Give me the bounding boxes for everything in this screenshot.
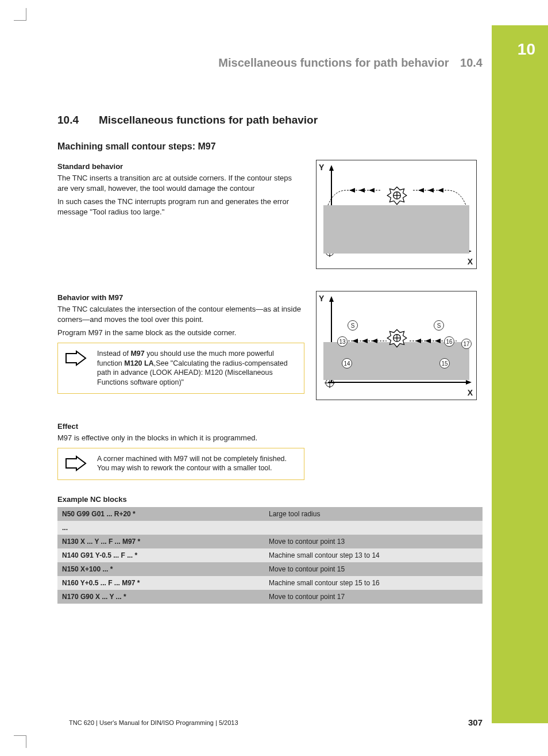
para-m97-a: The TNC calculates the intersection of t…	[57, 304, 304, 324]
svg-marker-19	[466, 380, 472, 385]
axis-x-label: X	[468, 388, 473, 397]
heading-example-nc: Example NC blocks	[57, 495, 483, 504]
label-s1: S	[348, 320, 358, 331]
section-number: 10.4	[57, 114, 85, 126]
running-header-section: 10.4	[460, 56, 483, 69]
cutter-icon	[385, 185, 409, 209]
para-m97-b: Program M97 in the same block as the out…	[57, 328, 304, 338]
svg-marker-30	[435, 339, 441, 343]
table-row: N160 Y+0.5 ... F ... M97 *Machine small …	[57, 576, 483, 590]
svg-marker-10	[418, 188, 424, 193]
svg-marker-26	[362, 339, 368, 343]
subsection-m97: Machining small contour steps: M97	[57, 141, 483, 152]
diagram-m97: Y X	[316, 291, 477, 400]
section-title: Miscellaneous functions for path behavio…	[99, 114, 318, 126]
svg-marker-1	[329, 165, 334, 171]
chapter-tab: 10	[492, 25, 548, 723]
table-row: N130 X ... Y ... F ... M97 *Move to cont…	[57, 535, 483, 548]
crop-mark-tl	[14, 8, 26, 21]
tip-box-m120: Instead of M97 you should use the much m…	[57, 343, 304, 394]
tip-box-corner: A corner machined with M97 will not be c…	[57, 448, 304, 480]
label-17: 17	[461, 339, 472, 349]
axis-y-label: Y	[319, 294, 324, 303]
page-number: 307	[468, 717, 483, 727]
table-row: N50 G99 G01 ... R+20 *Large tool radius	[57, 507, 483, 521]
tip-text-1: Instead of M97 you should use the much m…	[97, 349, 297, 388]
chapter-number: 10	[518, 40, 535, 59]
label-16: 16	[444, 336, 454, 347]
svg-marker-27	[372, 339, 377, 343]
diagram-standard: Y X	[316, 160, 477, 269]
svg-marker-7	[349, 188, 355, 193]
label-13: 13	[337, 336, 348, 347]
svg-marker-17	[329, 296, 334, 302]
svg-marker-12	[438, 188, 443, 193]
label-s2: S	[434, 320, 444, 331]
svg-marker-11	[428, 188, 434, 193]
heading-standard-behavior: Standard behavior	[57, 162, 304, 171]
label-15: 15	[439, 358, 450, 369]
table-row: N150 X+100 ... *Move to contour point 15	[57, 562, 483, 576]
running-header-title: Miscellaneous functions for path behavio…	[218, 56, 449, 69]
section-heading: 10.4 Miscellaneous functions for path be…	[57, 114, 483, 126]
para-std-1: The TNC inserts a transition arc at outs…	[57, 173, 304, 193]
svg-marker-28	[415, 339, 421, 343]
heading-behavior-m97: Behavior with M97	[57, 293, 304, 302]
para-effect: M97 is effective only in the blocks in w…	[57, 433, 304, 443]
tip-arrow-icon	[65, 349, 88, 369]
label-14: 14	[342, 358, 352, 369]
table-row: ...	[57, 521, 483, 535]
crop-mark-bl	[14, 735, 26, 748]
table-row: N170 G90 X ... Y ... *Move to contour po…	[57, 590, 483, 604]
axis-y-label: Y	[319, 163, 324, 172]
running-header: Miscellaneous functions for path behavio…	[57, 56, 483, 70]
para-std-2: In such cases the TNC interrupts program…	[57, 197, 304, 217]
tip-text-2: A corner machined with M97 will not be c…	[97, 454, 297, 474]
heading-effect: Effect	[57, 422, 483, 431]
svg-marker-29	[425, 339, 431, 343]
page-footer: TNC 620 | User's Manual for DIN/ISO Prog…	[69, 717, 483, 727]
svg-marker-8	[359, 188, 365, 193]
svg-marker-9	[369, 188, 375, 193]
tip-arrow-icon	[65, 454, 88, 474]
cutter-icon	[385, 327, 409, 351]
axis-x-label: X	[468, 257, 473, 266]
table-row: N140 G91 Y-0.5 ... F ... *Machine small …	[57, 548, 483, 562]
footer-text: TNC 620 | User's Manual for DIN/ISO Prog…	[69, 719, 238, 726]
nc-blocks-table: N50 G99 G01 ... R+20 *Large tool radius …	[57, 507, 483, 604]
svg-marker-25	[352, 339, 358, 343]
